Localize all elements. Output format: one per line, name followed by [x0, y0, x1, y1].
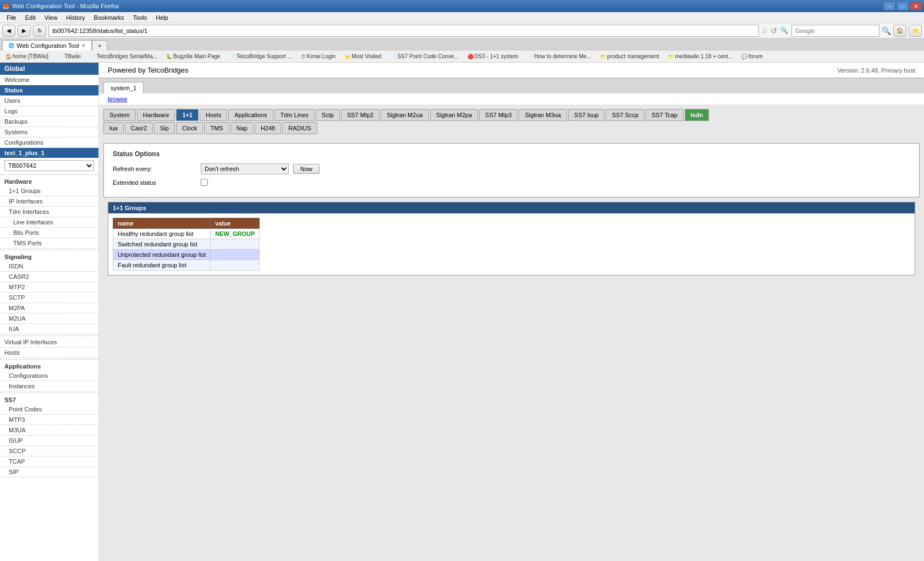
sidebar-item-hosts[interactable]: Hosts [0, 348, 98, 358]
menu-edit[interactable]: Edit [21, 13, 40, 22]
sidebar-item-sccp[interactable]: SCCP [0, 446, 98, 457]
sidebar-item-sctp[interactable]: SCTP [0, 293, 98, 303]
bookmark-support[interactable]: 📄 TelcoBridge Support ... [226, 53, 295, 60]
nav-tab-ss7-isup[interactable]: SS7 Isup [568, 109, 605, 121]
menu-tools[interactable]: Tools [129, 13, 152, 22]
sidebar-item-mtp2[interactable]: MTP2 [0, 282, 98, 293]
device-select[interactable]: TB007642 [4, 160, 94, 171]
search-input[interactable] [791, 25, 879, 37]
nav-tab-sigtran-m3ua[interactable]: Sigtran M3ua [519, 109, 566, 121]
sidebar-section-ss7[interactable]: SS7 [0, 394, 98, 404]
sidebar-section-signaling[interactable]: Signaling [0, 251, 98, 261]
close-button[interactable]: ✕ [910, 2, 922, 10]
sidebar-item-tdm-interfaces[interactable]: Tdm Interfaces [0, 207, 98, 217]
nav-tab-hardware[interactable]: Hardware [137, 109, 175, 121]
nav-tab-clock[interactable]: Clock [176, 122, 204, 134]
bookmark-kimai[interactable]: ⏱ Kimai Login [298, 53, 339, 60]
nav-tab-h248[interactable]: H248 [255, 122, 281, 134]
sidebar-item-users[interactable]: Users [0, 96, 98, 106]
star-icon[interactable]: ☆ [761, 26, 768, 35]
nav-tab-sip[interactable]: Sip [154, 122, 175, 134]
search-btn-icon[interactable]: 🔍 [882, 26, 891, 35]
nav-tab-sigtran-m2pa[interactable]: Sigtran M2pa [430, 109, 478, 121]
nav-tab-sctp[interactable]: Sctp [316, 109, 340, 121]
bookmark-serial[interactable]: 📄 TelcoBridges Serial/Ma... [86, 53, 161, 60]
sidebar-item-backups[interactable]: Backups [0, 117, 98, 127]
sidebar-item-tcap[interactable]: TCAP [0, 457, 98, 467]
active-tab[interactable]: 🌐 Web Configuration Tool ✕ [2, 40, 92, 51]
sidebar-item-logs[interactable]: Logs [0, 106, 98, 117]
sidebar-item-configurations[interactable]: Configurations [0, 138, 98, 148]
address-bar[interactable] [48, 25, 759, 37]
sidebar-item-isdn[interactable]: ISDN [0, 261, 98, 272]
bookmark-mediawiki[interactable]: 📁 mediawiki 1.18 + cent... [664, 53, 736, 60]
bookmark-ds3[interactable]: 🔴 DS3 - 1+1 system [464, 53, 522, 60]
forward-button[interactable]: ▶ [18, 25, 31, 37]
bookmark-forum[interactable]: 💬 forum [738, 53, 766, 60]
menu-help[interactable]: Help [151, 13, 173, 22]
nav-tab-ss7-tcap[interactable]: SS7 Tcap [646, 109, 684, 121]
maximize-button[interactable]: □ [897, 2, 909, 10]
sidebar-item-status[interactable]: Status [0, 85, 98, 96]
refresh-button[interactable]: ↻ [33, 25, 46, 37]
nav-tab-tdm-lines[interactable]: Tdm Lines [274, 109, 315, 121]
home-button[interactable]: 🏠 [893, 25, 906, 37]
nav-tab-applications[interactable]: Applications [228, 109, 273, 121]
sidebar-item-line-interfaces[interactable]: Line Interfaces [0, 217, 98, 228]
sidebar-item-virtual-ip[interactable]: Virtual IP Interfaces [0, 337, 98, 348]
nav-tab-1plus1[interactable]: 1+1 [176, 109, 199, 121]
sidebar-item-app-configurations[interactable]: Configurations [0, 371, 98, 381]
now-button[interactable]: Now [293, 164, 320, 174]
sidebar-item-instances[interactable]: Instances [0, 381, 98, 392]
nav-tab-nap[interactable]: Nap [230, 122, 254, 134]
bookmark-tbwiki[interactable]: 📄 TBwiki [54, 53, 84, 60]
nav-tab-ss7-sccp[interactable]: SS7 Sccp [606, 109, 644, 121]
sidebar-item-tms-ports[interactable]: TMS Ports [0, 238, 98, 249]
bookmark-most-visited[interactable]: ⭐ Most Visited [341, 53, 384, 60]
sidebar-item-sip[interactable]: SIP [0, 467, 98, 477]
system-tab-1[interactable]: system_1 [103, 82, 144, 94]
bookmark-product-mgmt[interactable]: 📁 product management [597, 53, 663, 60]
menu-view[interactable]: View [40, 13, 62, 22]
sidebar-item-ip-interfaces[interactable]: IP Interfaces [0, 196, 98, 207]
nav-tab-ss7-mtp2[interactable]: SS7 Mtp2 [341, 109, 380, 121]
reload-icon[interactable]: ↺ [771, 26, 777, 35]
sidebar-item-isup[interactable]: ISUP [0, 436, 98, 446]
sidebar-item-point-codes[interactable]: Point Codes [0, 404, 98, 415]
menu-bookmarks[interactable]: Bookmarks [90, 13, 129, 22]
nav-tab-system[interactable]: System [103, 109, 136, 121]
new-tab-button[interactable]: + [92, 40, 107, 51]
sidebar-item-systems[interactable]: Systems [0, 127, 98, 138]
back-button[interactable]: ◀ [2, 25, 15, 37]
nav-tab-tms[interactable]: TMS [204, 122, 229, 134]
bookmark-determine[interactable]: 📄 How to determine Me... [524, 53, 594, 60]
extended-status-checkbox[interactable] [201, 179, 208, 186]
nav-tab-lua[interactable]: lua [103, 122, 124, 134]
bookmark-ss7[interactable]: 📄 SS7 Point Code Conve... [387, 53, 461, 60]
menu-file[interactable]: File [2, 13, 21, 22]
sidebar-item-m2pa[interactable]: M2PA [0, 303, 98, 314]
sidebar-item-m2ua[interactable]: M2UA [0, 314, 98, 324]
sidebar-item-bits-ports[interactable]: Bits Ports [0, 228, 98, 238]
sidebar-item-1plus1groups[interactable]: 1+1 Groups [0, 186, 98, 196]
refresh-select[interactable]: Don't refresh5 seconds10 seconds30 secon… [201, 163, 289, 174]
sidebar-section-hardware[interactable]: Hardware [0, 176, 98, 186]
nav-tab-casr2[interactable]: Casr2 [125, 122, 153, 134]
tab-close-icon[interactable]: ✕ [81, 43, 86, 48]
bookmark-bugzilla[interactable]: 🐛 Bugzilla Main Page [163, 53, 224, 60]
sidebar-item-m3ua[interactable]: M3UA [0, 425, 98, 436]
sidebar-item-mtp3[interactable]: MTP3 [0, 415, 98, 425]
sidebar-item-iua[interactable]: IUA [0, 324, 98, 334]
minimize-button[interactable]: ─ [883, 2, 895, 10]
nav-tab-hosts[interactable]: Hosts [200, 109, 227, 121]
browse-link[interactable]: browse [99, 94, 924, 105]
menu-history[interactable]: History [62, 13, 89, 22]
sidebar-item-welcome[interactable]: Welcome [0, 75, 98, 85]
nav-tab-sigtran-m2ua[interactable]: Sigtran M2ua [381, 109, 428, 121]
bookmark-home-tbwiki[interactable]: 🏠 home [TBWiki] [2, 53, 52, 60]
nav-tab-isdn[interactable]: Isdn [685, 109, 710, 121]
bookmark-button[interactable]: ⭐ [909, 25, 922, 37]
nav-tab-ss7-mtp3[interactable]: SS7 Mtp3 [479, 109, 518, 121]
sidebar-section-applications[interactable]: Applications [0, 361, 98, 371]
nav-tab-radius[interactable]: RADIUS [282, 122, 317, 134]
